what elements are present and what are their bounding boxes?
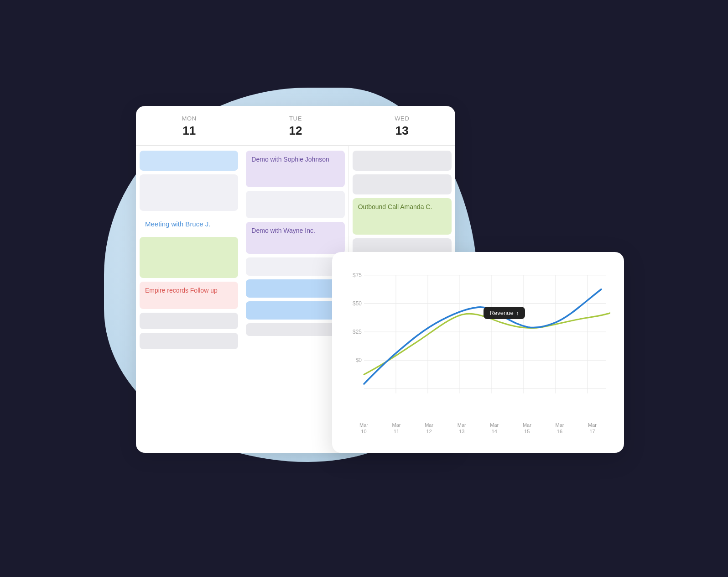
day-header-mon: MON 11 [136, 115, 242, 138]
x-label-mar14: Mar14 [490, 422, 499, 435]
spacer-tue-2 [246, 257, 344, 276]
day-name-wed: WED [354, 115, 451, 122]
tooltip-label: Revenue [490, 309, 514, 316]
event-wed-gray-1[interactable] [353, 151, 452, 171]
x-label-mar17: Mar17 [588, 422, 597, 435]
event-demo-sophie[interactable]: Demo with Sophie Johnson [246, 151, 344, 187]
x-label-mar10: Mar10 [359, 422, 368, 435]
event-mon-gray-1[interactable] [140, 313, 238, 329]
day-name-tue: TUE [247, 115, 344, 122]
day-num-wed: 13 [354, 124, 451, 138]
day-name-mon: MON [140, 115, 238, 122]
calendar-header: MON 11 TUE 12 WED 13 [136, 106, 455, 146]
day-header-wed: WED 13 [349, 115, 455, 138]
x-label-mar12: Mar12 [425, 422, 433, 435]
event-wed-gray-2[interactable] [353, 174, 452, 194]
event-tue-blue-1[interactable] [246, 279, 344, 298]
chart-area: Revenue ↑ $75 $50 [346, 266, 610, 444]
x-label-mar11: Mar11 [392, 422, 401, 435]
chart-x-labels: Mar10 Mar11 Mar12 Mar13 Mar14 Mar15 Mar1… [346, 419, 610, 435]
event-mon-gray-2[interactable] [140, 333, 238, 349]
spacer-mon-1 [140, 174, 238, 211]
x-label-mar13: Mar13 [458, 422, 466, 435]
event-empire-records[interactable]: Empire records Follow up [140, 282, 238, 309]
main-scene: MON 11 TUE 12 WED 13 Meeting with Bruce … [90, 60, 638, 517]
svg-text:$75: $75 [353, 272, 362, 278]
event-meeting-bruce[interactable]: Meeting with Bruce J. [140, 215, 238, 233]
tooltip-arrow-icon: ↑ [516, 310, 519, 316]
chart-card: Revenue ↑ $75 $50 [332, 252, 624, 453]
event-demo-wayne[interactable]: Demo with Wayne Inc. [246, 222, 344, 254]
svg-text:$25: $25 [353, 329, 362, 335]
event-tue-gray[interactable] [246, 323, 344, 336]
svg-text:$50: $50 [353, 300, 362, 307]
x-label-mar16: Mar16 [555, 422, 564, 435]
event-mon-1[interactable] [140, 151, 238, 171]
svg-text:$0: $0 [356, 357, 362, 363]
day-num-tue: 12 [247, 124, 344, 138]
day-num-mon: 11 [140, 124, 238, 138]
monday-column: Meeting with Bruce J. Empire records Fol… [136, 146, 242, 453]
event-outbound-call[interactable]: Outbound Call Amanda C. [353, 198, 452, 235]
chart-tooltip: Revenue ↑ [484, 307, 525, 319]
chart-svg: $75 $50 $25 $0 [346, 266, 610, 417]
event-tue-blue-2[interactable] [246, 301, 344, 320]
x-label-mar15: Mar15 [523, 422, 531, 435]
day-header-tue: TUE 12 [242, 115, 348, 138]
spacer-tue-1 [246, 191, 344, 218]
event-mon-green[interactable] [140, 237, 238, 278]
